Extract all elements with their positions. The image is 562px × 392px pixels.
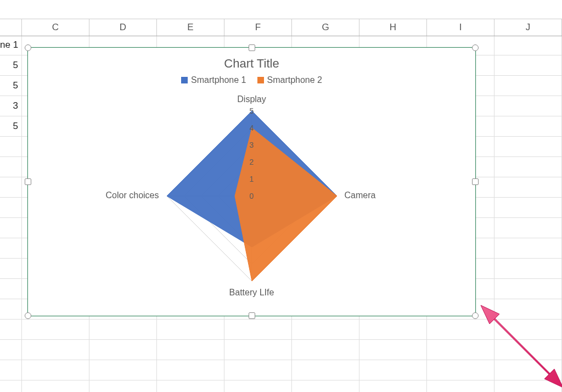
grid-cell[interactable] bbox=[494, 55, 562, 75]
grid-cell[interactable] bbox=[0, 157, 22, 177]
grid-cell[interactable] bbox=[89, 380, 157, 392]
grid-cell[interactable] bbox=[0, 320, 22, 339]
grid-cell[interactable] bbox=[494, 35, 562, 55]
grid-cell[interactable] bbox=[0, 360, 22, 380]
grid-cell[interactable] bbox=[0, 238, 22, 258]
grid-cell[interactable] bbox=[0, 380, 22, 392]
legend-item-1[interactable]: Smartphone 2 bbox=[257, 75, 323, 85]
grid-cell[interactable] bbox=[494, 279, 562, 299]
legend-swatch-icon bbox=[257, 77, 264, 83]
column-header-I[interactable]: I bbox=[427, 19, 494, 36]
radar-tick-2: 2 bbox=[246, 158, 257, 166]
grid-cell[interactable] bbox=[494, 76, 562, 96]
grid-cell[interactable] bbox=[494, 380, 562, 392]
grid-cell[interactable] bbox=[0, 137, 22, 156]
grid-cell[interactable] bbox=[157, 380, 224, 392]
chart-legend[interactable]: Smartphone 1Smartphone 2 bbox=[28, 75, 475, 86]
radar-tick-1: 1 bbox=[246, 175, 257, 183]
selection-handle-bottom[interactable] bbox=[249, 312, 255, 319]
grid-cell[interactable]: 3 bbox=[0, 96, 22, 116]
grid-cell[interactable] bbox=[0, 259, 22, 278]
grid-cell[interactable] bbox=[22, 360, 89, 380]
chart-object[interactable]: Chart Title Smartphone 1Smartphone 2 Dis… bbox=[27, 47, 476, 316]
spreadsheet-column-headers: CDEFGHIJ bbox=[0, 19, 562, 36]
grid-cell[interactable] bbox=[494, 157, 562, 177]
radar-tick-3: 3 bbox=[246, 141, 257, 149]
grid-cell[interactable] bbox=[224, 380, 292, 392]
selection-handle-top-right[interactable] bbox=[472, 44, 479, 51]
grid-cell[interactable] bbox=[22, 340, 89, 360]
grid-cell[interactable] bbox=[292, 340, 359, 360]
axis-label-3: Color choices bbox=[106, 191, 159, 200]
selection-handle-top-left[interactable] bbox=[25, 44, 31, 51]
grid-cell[interactable] bbox=[157, 340, 224, 360]
legend-item-0[interactable]: Smartphone 1 bbox=[181, 75, 246, 85]
column-header-D[interactable]: D bbox=[89, 19, 157, 36]
grid-cell[interactable] bbox=[0, 279, 22, 299]
grid-cell[interactable] bbox=[494, 340, 562, 360]
grid-row bbox=[0, 320, 562, 340]
grid-cell[interactable] bbox=[0, 198, 22, 217]
axis-label-2: Battery LIfe bbox=[229, 288, 274, 298]
grid-row bbox=[0, 340, 562, 360]
column-header-H[interactable]: H bbox=[359, 19, 427, 36]
grid-cell[interactable] bbox=[494, 238, 562, 258]
selection-handle-right[interactable] bbox=[472, 178, 479, 185]
grid-cell[interactable] bbox=[22, 380, 89, 392]
grid-cell[interactable] bbox=[427, 360, 494, 380]
grid-cell[interactable] bbox=[89, 320, 157, 339]
legend-swatch-icon bbox=[181, 77, 188, 83]
grid-cell[interactable] bbox=[0, 340, 22, 360]
grid-cell[interactable] bbox=[494, 259, 562, 278]
selection-handle-bottom-left[interactable] bbox=[25, 312, 31, 319]
grid-row bbox=[0, 360, 562, 380]
grid-cell[interactable] bbox=[89, 360, 157, 380]
grid-cell[interactable] bbox=[359, 320, 427, 339]
grid-cell[interactable] bbox=[0, 299, 22, 319]
column-header-E[interactable]: E bbox=[157, 19, 224, 36]
grid-cell[interactable] bbox=[494, 116, 562, 136]
grid-cell[interactable] bbox=[157, 360, 224, 380]
column-header-F[interactable]: F bbox=[224, 19, 292, 36]
grid-cell[interactable] bbox=[359, 340, 427, 360]
grid-cell[interactable] bbox=[494, 299, 562, 319]
grid-cell[interactable] bbox=[292, 380, 359, 392]
grid-cell[interactable] bbox=[427, 380, 494, 392]
grid-cell[interactable] bbox=[494, 198, 562, 217]
grid-cell[interactable] bbox=[0, 218, 22, 238]
grid-cell[interactable] bbox=[494, 137, 562, 156]
axis-label-1: Camera bbox=[345, 191, 376, 200]
grid-cell[interactable] bbox=[22, 320, 89, 339]
grid-cell[interactable] bbox=[494, 96, 562, 116]
column-header-blank[interactable] bbox=[0, 19, 22, 36]
grid-cell[interactable] bbox=[359, 380, 427, 392]
grid-cell[interactable] bbox=[494, 360, 562, 380]
column-header-G[interactable]: G bbox=[292, 19, 359, 36]
grid-cell[interactable] bbox=[427, 340, 494, 360]
chart-title[interactable]: Chart Title bbox=[28, 57, 475, 71]
column-header-C[interactable]: C bbox=[22, 19, 89, 36]
grid-cell[interactable] bbox=[224, 320, 292, 339]
radar-chart-area[interactable]: DisplayCameraBattery LIfeColor choices01… bbox=[28, 89, 475, 298]
selection-handle-top[interactable] bbox=[249, 44, 255, 51]
grid-cell[interactable] bbox=[89, 340, 157, 360]
grid-cell[interactable] bbox=[494, 218, 562, 238]
column-header-J[interactable]: J bbox=[494, 19, 562, 36]
grid-cell[interactable] bbox=[292, 320, 359, 339]
grid-cell[interactable] bbox=[494, 320, 562, 339]
grid-cell[interactable]: 5 bbox=[0, 116, 22, 136]
selection-handle-left[interactable] bbox=[25, 178, 31, 185]
legend-label: Smartphone 1 bbox=[191, 75, 246, 85]
selection-handle-bottom-right[interactable] bbox=[472, 312, 479, 319]
grid-cell[interactable]: ne 1 bbox=[0, 35, 22, 55]
grid-cell[interactable] bbox=[224, 360, 292, 380]
grid-cell[interactable] bbox=[224, 340, 292, 360]
grid-cell[interactable] bbox=[359, 360, 427, 380]
grid-cell[interactable] bbox=[427, 320, 494, 339]
grid-cell[interactable] bbox=[0, 177, 22, 197]
grid-cell[interactable]: 5 bbox=[0, 76, 22, 96]
grid-cell[interactable]: 5 bbox=[0, 55, 22, 75]
grid-cell[interactable] bbox=[292, 360, 359, 380]
grid-cell[interactable] bbox=[157, 320, 224, 339]
grid-cell[interactable] bbox=[494, 177, 562, 197]
